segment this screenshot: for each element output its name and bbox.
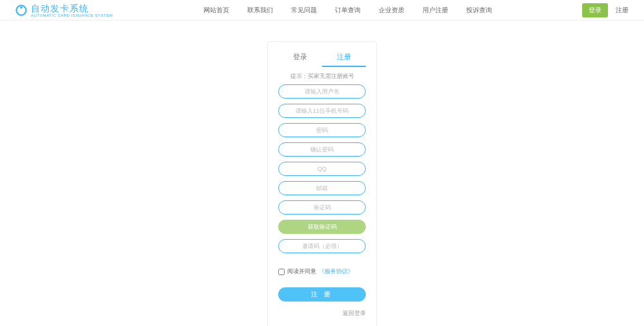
svg-point-1 <box>20 6 23 8</box>
tab-login[interactable]: 登录 <box>278 50 322 67</box>
submit-button[interactable]: 注 册 <box>278 287 366 302</box>
invite-input[interactable] <box>278 239 366 253</box>
get-code-button[interactable]: 获取验证码 <box>278 220 366 234</box>
confirm-password-input[interactable] <box>278 142 366 157</box>
nav-qualification[interactable]: 企业资质 <box>379 6 404 15</box>
logo-subtitle: AUTOMATIC CARD ISSUANCE SYSTEM <box>31 14 113 17</box>
nav-register[interactable]: 用户注册 <box>422 6 448 15</box>
auth-tabs: 登录 注册 <box>278 50 366 67</box>
agreement-link[interactable]: 《服务协议》 <box>319 267 354 276</box>
qq-input[interactable] <box>278 162 366 176</box>
logo-title: 自动发卡系统 <box>31 3 89 14</box>
header-register-link[interactable]: 注册 <box>616 6 629 15</box>
logo[interactable]: 自动发卡系统 AUTOMATIC CARD ISSUANCE SYSTEM <box>15 3 113 17</box>
password-input[interactable] <box>278 123 366 137</box>
agreement-row: 阅读并同意 《服务协议》 <box>278 267 366 276</box>
main-nav: 网站首页 联系我们 常见问题 订单查询 企业资质 用户注册 投诉查询 <box>113 6 582 15</box>
nav-home[interactable]: 网站首页 <box>204 6 229 15</box>
username-input[interactable] <box>278 84 366 99</box>
nav-faq[interactable]: 常见问题 <box>291 6 317 15</box>
header: 自动发卡系统 AUTOMATIC CARD ISSUANCE SYSTEM 网站… <box>0 0 644 21</box>
tab-register[interactable]: 注册 <box>322 50 366 67</box>
auth-card: 登录 注册 提示：买家无需注册账号 获取验证码 阅读并同意 《服务协议》 注 册… <box>267 41 377 326</box>
back-to-login-link[interactable]: 返回登录 <box>278 309 366 318</box>
logo-icon <box>15 5 27 16</box>
nav-contact[interactable]: 联系我们 <box>247 6 273 15</box>
captcha-input[interactable] <box>278 200 366 215</box>
header-actions: 登录 注册 <box>582 3 629 17</box>
nav-complaint[interactable]: 投诉查询 <box>466 6 492 15</box>
agreement-text: 阅读并同意 <box>287 267 316 276</box>
header-login-button[interactable]: 登录 <box>582 3 608 17</box>
hint-text: 提示：买家无需注册账号 <box>278 72 366 81</box>
nav-order[interactable]: 订单查询 <box>335 6 361 15</box>
main-container: 登录 注册 提示：买家无需注册账号 获取验证码 阅读并同意 《服务协议》 注 册… <box>0 21 644 326</box>
agreement-checkbox[interactable] <box>278 269 285 275</box>
email-input[interactable] <box>278 181 366 195</box>
phone-input[interactable] <box>278 104 366 118</box>
